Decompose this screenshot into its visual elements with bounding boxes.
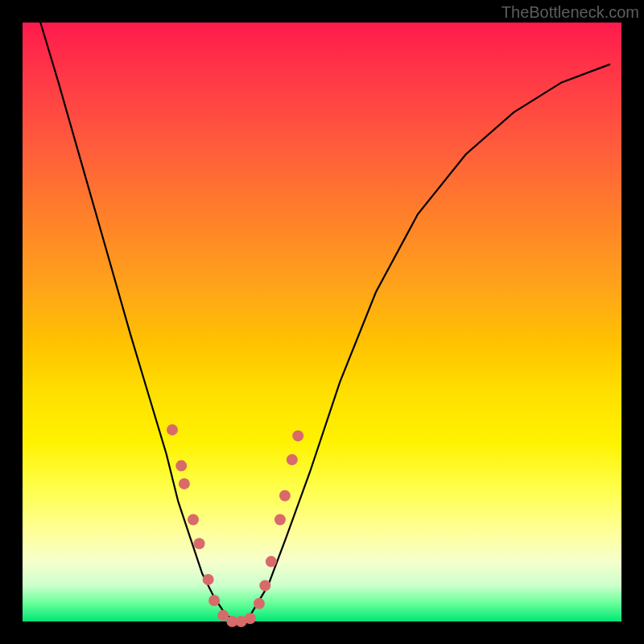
marker-dot bbox=[259, 580, 270, 591]
curve-right-branch bbox=[238, 64, 609, 621]
marker-dot bbox=[203, 574, 214, 585]
marker-dot bbox=[287, 454, 298, 465]
marker-dot bbox=[279, 490, 291, 502]
marker-dot bbox=[266, 556, 277, 568]
plot-area bbox=[23, 23, 621, 621]
marker-dot bbox=[194, 538, 205, 549]
marker-dot bbox=[275, 514, 286, 526]
marker-dot bbox=[188, 514, 199, 526]
marker-dot bbox=[292, 430, 303, 441]
marker-dot bbox=[175, 460, 187, 472]
chart-container: TheBottleneck.com bbox=[0, 0, 644, 644]
curve-left-branch bbox=[40, 23, 237, 621]
marker-dot bbox=[245, 613, 256, 624]
watermark-text: TheBottleneck.com bbox=[502, 3, 639, 22]
marker-dot bbox=[254, 598, 265, 609]
marker-dot bbox=[208, 595, 220, 606]
curve-layer bbox=[23, 23, 621, 621]
marker-dot bbox=[179, 478, 190, 489]
marker-dot bbox=[167, 424, 178, 436]
marker-group bbox=[167, 424, 303, 627]
